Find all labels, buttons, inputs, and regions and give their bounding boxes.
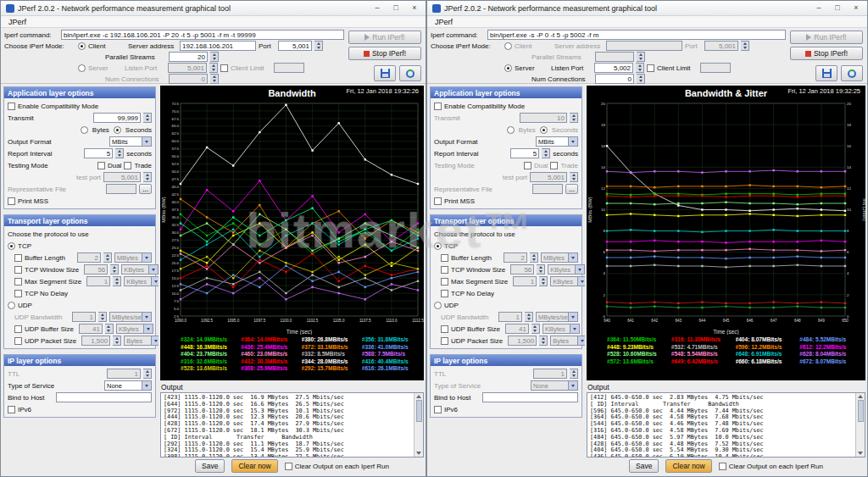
buffer-length-spinner[interactable] <box>530 252 538 263</box>
save-output-button[interactable]: Save <box>195 459 225 473</box>
mss-spinner[interactable] <box>539 276 548 286</box>
tcp-window-checkbox[interactable] <box>441 266 448 274</box>
trade-checkbox[interactable] <box>550 162 558 169</box>
titlebar[interactable]: JPerf 2.0.2 - Network performance measur… <box>1 1 426 16</box>
tcp-window-spinner[interactable] <box>110 264 119 275</box>
test-port-field[interactable]: 5,001 <box>103 172 141 182</box>
rep-file-field[interactable] <box>106 184 136 194</box>
transmit-field[interactable]: 10 <box>520 113 567 123</box>
dual-checkbox[interactable] <box>97 162 105 169</box>
listen-port-spinner[interactable] <box>636 63 644 73</box>
num-connections-field[interactable]: 0 <box>169 74 208 84</box>
buffer-length-spinner[interactable] <box>103 252 112 263</box>
dual-checkbox[interactable] <box>524 162 531 169</box>
udp-bandwidth-field[interactable]: 1 <box>498 312 522 322</box>
scroll-up-icon[interactable] <box>416 395 421 398</box>
udp-bandwidth-unit-dropdown[interactable]: MBytes/sec <box>536 312 578 322</box>
udp-bandwidth-spinner[interactable] <box>98 312 107 322</box>
buffer-length-checkbox[interactable] <box>14 254 22 262</box>
client-limit-field[interactable] <box>700 63 731 73</box>
run-iperf-button[interactable]: Run IPerf! <box>348 31 421 44</box>
buffer-length-checkbox[interactable] <box>441 254 448 262</box>
udp-radio[interactable] <box>434 302 442 309</box>
client-limit-checkbox[interactable] <box>647 64 654 72</box>
mss-spinner[interactable] <box>113 276 121 286</box>
mss-unit-dropdown[interactable]: KBytes <box>550 276 585 286</box>
trade-checkbox[interactable] <box>124 162 131 169</box>
buffer-length-field[interactable]: 2 <box>504 252 527 263</box>
close-button[interactable]: × <box>405 3 424 14</box>
output-scrollbar[interactable] <box>855 393 865 457</box>
mss-checkbox[interactable] <box>441 278 448 286</box>
num-connections-field[interactable]: 0 <box>595 74 634 84</box>
tcp-no-delay-checkbox[interactable] <box>441 290 448 297</box>
seconds-radio[interactable] <box>114 126 121 134</box>
compat-mode-checkbox[interactable] <box>434 103 442 110</box>
output-scrollbar[interactable] <box>414 393 423 457</box>
tcp-radio[interactable] <box>434 242 442 250</box>
tcp-radio[interactable] <box>8 242 15 250</box>
tcp-window-field[interactable]: 56 <box>84 264 108 275</box>
transmit-field[interactable]: 99,999 <box>93 113 141 123</box>
minimize-button[interactable]: – <box>810 3 828 14</box>
ttl-field[interactable]: 1 <box>533 369 567 379</box>
clear-now-button[interactable]: Clear now <box>665 459 711 473</box>
udp-radio[interactable] <box>8 302 15 309</box>
udp-buffer-unit-dropdown[interactable]: KBytes <box>542 324 580 334</box>
save-output-button[interactable]: Save <box>629 459 659 473</box>
tcp-window-field[interactable]: 56 <box>510 264 534 275</box>
bytes-radio[interactable] <box>81 126 88 134</box>
output-text[interactable]: [412] 645.0-650.0 sec 2.83 MBytes 4.75 M… <box>587 393 855 457</box>
ipv6-checkbox[interactable] <box>8 406 15 413</box>
titlebar[interactable]: JPerf 2.0.2 - Network performance measur… <box>427 1 867 16</box>
port-field[interactable]: 5,001 <box>704 41 738 51</box>
maximize-button[interactable]: □ <box>387 3 405 14</box>
clear-on-run-checkbox[interactable] <box>719 463 726 470</box>
scroll-down-icon[interactable] <box>416 452 421 455</box>
menu-jperf[interactable]: JPerf <box>431 18 457 26</box>
parallel-streams-spinner[interactable] <box>637 52 645 62</box>
udp-buffer-unit-dropdown[interactable]: KBytes <box>116 324 153 334</box>
browse-button[interactable]: ... <box>139 184 152 194</box>
ttl-field[interactable]: 1 <box>107 369 141 379</box>
udp-buffer-spinner[interactable] <box>105 324 114 334</box>
maximize-button[interactable]: □ <box>828 3 847 14</box>
tos-dropdown[interactable]: None <box>531 380 578 391</box>
buffer-length-field[interactable]: 2 <box>77 252 101 263</box>
tcp-window-checkbox[interactable] <box>14 266 22 274</box>
clear-on-run-checkbox[interactable] <box>285 463 292 470</box>
seconds-radio[interactable] <box>540 126 548 134</box>
num-connections-spinner[interactable] <box>637 74 645 84</box>
udp-bandwidth-field[interactable]: 1 <box>72 312 96 322</box>
scrollbar-thumb[interactable] <box>416 400 422 422</box>
tcp-no-delay-checkbox[interactable] <box>14 290 22 297</box>
scroll-down-icon[interactable] <box>858 452 863 455</box>
parallel-streams-field[interactable]: 20 <box>169 52 208 62</box>
scroll-up-icon[interactable] <box>858 395 863 398</box>
udp-buffer-field[interactable]: 41 <box>79 324 103 334</box>
iperf-command-field[interactable]: bin/iperf.exe -c 192.168.106.201 -P 20 -… <box>61 30 344 40</box>
transmit-spinner[interactable] <box>570 113 578 123</box>
client-limit-checkbox[interactable] <box>220 64 228 72</box>
udp-packet-field[interactable]: 1,500 <box>508 336 537 346</box>
client-radio[interactable] <box>504 42 512 50</box>
parallel-streams-field[interactable] <box>595 52 634 62</box>
udp-packet-unit-dropdown[interactable]: Bytes <box>550 336 585 346</box>
buffer-length-unit-dropdown[interactable]: MBytes <box>541 252 578 263</box>
stop-iperf-button[interactable]: Stop IPerf! <box>790 47 863 60</box>
udp-bandwidth-unit-dropdown[interactable]: MBytes/sec <box>109 312 152 322</box>
mss-field[interactable]: 1 <box>513 276 537 286</box>
udp-buffer-checkbox[interactable] <box>14 325 22 333</box>
client-radio[interactable] <box>78 42 86 50</box>
port-spinner[interactable] <box>741 41 749 51</box>
client-limit-field[interactable] <box>274 63 304 73</box>
print-mss-checkbox[interactable] <box>8 197 15 205</box>
compat-mode-checkbox[interactable] <box>8 103 15 110</box>
output-format-dropdown[interactable]: MBits <box>109 136 152 147</box>
report-interval-field[interactable]: 5 <box>84 148 113 158</box>
output-format-dropdown[interactable]: MBits <box>536 136 578 147</box>
server-radio[interactable] <box>78 64 86 72</box>
udp-packet-checkbox[interactable] <box>14 337 22 345</box>
listen-port-field[interactable]: 5,001 <box>168 63 207 73</box>
restart-button[interactable] <box>841 65 863 81</box>
